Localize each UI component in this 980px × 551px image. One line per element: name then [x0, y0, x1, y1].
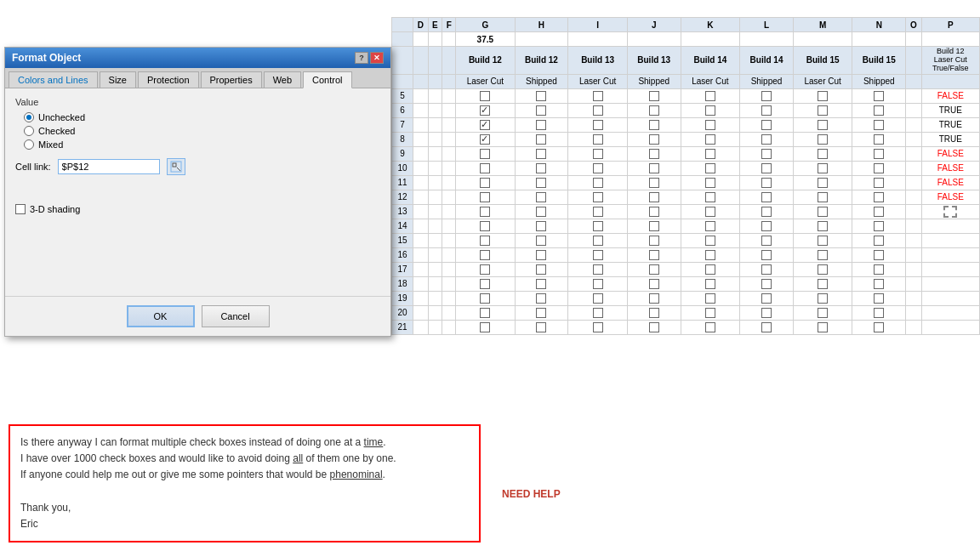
l-checkbox[interactable] [761, 178, 772, 188]
g-checkbox[interactable] [480, 264, 490, 275]
l-checkbox[interactable] [761, 293, 772, 304]
radio-unchecked[interactable]: Unchecked [24, 112, 380, 122]
i-checkbox[interactable] [593, 293, 603, 304]
n-checkbox[interactable] [874, 250, 884, 260]
tab-size[interactable]: Size [100, 71, 136, 88]
i-checkbox[interactable] [593, 322, 603, 332]
i-checkbox[interactable] [593, 134, 603, 145]
m-checkbox[interactable] [818, 322, 828, 332]
g-checkbox[interactable] [480, 322, 490, 332]
l-checkbox[interactable] [761, 308, 772, 318]
h-checkbox[interactable] [536, 250, 546, 260]
m-checkbox[interactable] [818, 91, 828, 101]
n-checkbox[interactable] [874, 264, 884, 275]
tab-colors-lines[interactable]: Colors and Lines [9, 71, 98, 88]
n-checkbox[interactable] [874, 134, 884, 145]
h-checkbox[interactable] [536, 264, 546, 275]
i-checkbox[interactable] [593, 207, 603, 217]
i-checkbox[interactable] [593, 236, 603, 246]
n-checkbox[interactable] [874, 163, 884, 173]
h-checkbox[interactable] [536, 91, 546, 101]
n-checkbox[interactable] [874, 120, 884, 130]
m-checkbox[interactable] [818, 264, 828, 275]
n-checkbox[interactable] [874, 207, 884, 217]
n-checkbox[interactable] [874, 105, 884, 116]
h-checkbox[interactable] [536, 221, 546, 231]
h-checkbox[interactable] [536, 293, 546, 304]
g-checkbox[interactable] [480, 308, 490, 318]
h-checkbox[interactable] [536, 207, 546, 217]
k-checkbox[interactable] [705, 134, 715, 145]
m-checkbox[interactable] [818, 236, 828, 246]
l-checkbox[interactable] [761, 250, 772, 260]
g-checkbox[interactable] [480, 91, 490, 101]
n-checkbox[interactable] [874, 279, 884, 289]
g-checkbox[interactable] [480, 178, 490, 188]
l-checkbox[interactable] [761, 322, 772, 332]
n-checkbox[interactable] [874, 221, 884, 231]
close-button[interactable]: ✕ [370, 52, 384, 64]
m-checkbox[interactable] [818, 250, 828, 260]
k-checkbox[interactable] [705, 279, 715, 289]
l-checkbox[interactable] [761, 91, 772, 101]
j-checkbox[interactable] [649, 192, 659, 202]
k-checkbox[interactable] [705, 192, 715, 202]
shading-checkbox[interactable] [15, 204, 26, 214]
m-checkbox[interactable] [818, 178, 828, 188]
tab-control[interactable]: Control [303, 71, 351, 88]
i-checkbox[interactable] [593, 221, 603, 231]
i-checkbox[interactable] [593, 91, 603, 101]
h-checkbox[interactable] [536, 149, 546, 159]
j-checkbox[interactable] [649, 293, 659, 304]
i-checkbox[interactable] [593, 149, 603, 159]
n-checkbox[interactable] [874, 308, 884, 318]
l-checkbox[interactable] [761, 134, 772, 145]
g-checkbox[interactable] [480, 236, 490, 246]
k-checkbox[interactable] [705, 207, 715, 217]
i-checkbox[interactable] [593, 120, 603, 130]
k-checkbox[interactable] [705, 163, 715, 173]
ok-button[interactable]: OK [127, 305, 195, 327]
m-checkbox[interactable] [818, 207, 828, 217]
g-checkbox[interactable] [480, 192, 490, 202]
j-checkbox[interactable] [649, 178, 659, 188]
help-button[interactable]: ? [355, 52, 368, 64]
l-checkbox[interactable] [761, 207, 772, 217]
g-checkbox[interactable] [480, 134, 490, 145]
k-checkbox[interactable] [705, 178, 715, 188]
j-checkbox[interactable] [649, 120, 659, 130]
h-checkbox[interactable] [536, 163, 546, 173]
i-checkbox[interactable] [593, 105, 603, 116]
g-checkbox[interactable] [480, 207, 490, 217]
j-checkbox[interactable] [649, 207, 659, 217]
k-checkbox[interactable] [705, 264, 715, 275]
h-checkbox[interactable] [536, 236, 546, 246]
n-checkbox[interactable] [874, 192, 884, 202]
radio-checked[interactable]: Checked [24, 126, 380, 136]
l-checkbox[interactable] [761, 163, 772, 173]
n-checkbox[interactable] [874, 178, 884, 188]
j-checkbox[interactable] [649, 91, 659, 101]
k-checkbox[interactable] [705, 149, 715, 159]
i-checkbox[interactable] [593, 192, 603, 202]
l-checkbox[interactable] [761, 149, 772, 159]
g-checkbox[interactable] [480, 221, 490, 231]
tab-protection[interactable]: Protection [138, 71, 199, 88]
cancel-button[interactable]: Cancel [202, 305, 270, 327]
i-checkbox[interactable] [593, 250, 603, 260]
n-checkbox[interactable] [874, 91, 884, 101]
j-checkbox[interactable] [649, 221, 659, 231]
g-checkbox[interactable] [480, 149, 490, 159]
k-checkbox[interactable] [705, 250, 715, 260]
m-checkbox[interactable] [818, 293, 828, 304]
j-checkbox[interactable] [649, 322, 659, 332]
radio-mixed-circle[interactable] [24, 139, 34, 150]
h-checkbox[interactable] [536, 178, 546, 188]
radio-unchecked-circle[interactable] [24, 112, 34, 122]
l-checkbox[interactable] [761, 264, 772, 275]
l-checkbox[interactable] [761, 221, 772, 231]
h-checkbox[interactable] [536, 105, 546, 116]
g-checkbox[interactable] [480, 120, 490, 130]
j-checkbox[interactable] [649, 149, 659, 159]
m-checkbox[interactable] [818, 279, 828, 289]
